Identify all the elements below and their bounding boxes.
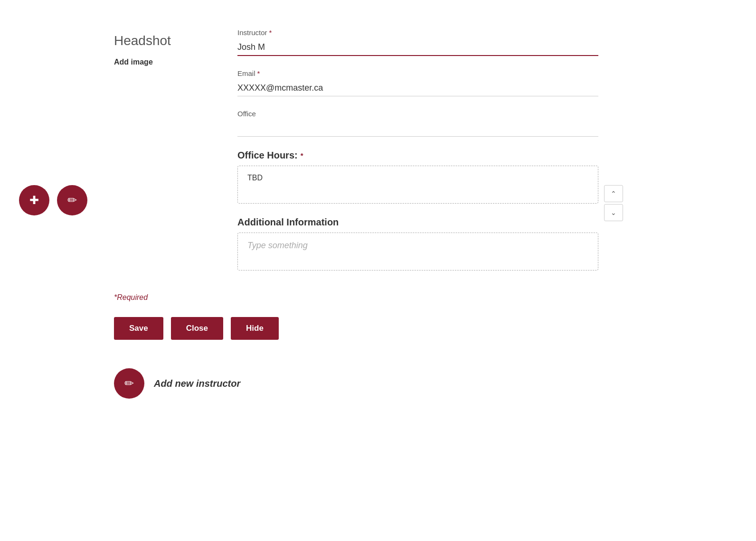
chevron-up-icon: ⌃ (611, 190, 616, 197)
add-instructor-edit-icon: ✏ (124, 377, 134, 390)
action-buttons-left: ✚ ✏ (19, 185, 87, 215)
instructor-label: Instructor * (237, 28, 598, 37)
email-input[interactable] (237, 80, 598, 96)
email-required-star: * (257, 69, 260, 77)
office-label: Office (237, 110, 598, 118)
email-field-group: Email * (237, 69, 598, 96)
instructor-field-group: Instructor * (237, 28, 598, 56)
office-hours-required-star: * (301, 151, 303, 159)
save-button[interactable]: Save (114, 317, 163, 340)
move-icon: ✚ (29, 194, 39, 207)
chevron-down-icon: ⌄ (611, 209, 616, 216)
action-buttons-row: Save Close Hide (114, 317, 684, 340)
instructor-input[interactable] (237, 39, 598, 56)
additional-info-heading: Additional Information (237, 217, 598, 228)
required-note: *Required (114, 293, 684, 302)
office-hours-value: TBD (247, 174, 263, 182)
headshot-title: Headshot (114, 33, 171, 48)
move-down-button[interactable]: ⌄ (604, 204, 623, 221)
form-column: Instructor * Email * Office (237, 28, 598, 284)
office-hours-box[interactable]: TBD (237, 166, 598, 204)
hide-button[interactable]: Hide (231, 317, 279, 340)
office-hours-field-group: Office Hours: * TBD (237, 150, 598, 204)
email-label: Email * (237, 69, 598, 77)
office-input[interactable] (237, 121, 598, 137)
form-section: Headshot Add image Instructor * Email (114, 28, 684, 284)
add-instructor-label: Add new instructor (154, 378, 240, 389)
headshot-column: Headshot Add image (114, 28, 209, 284)
main-content: Headshot Add image Instructor * Email (114, 28, 684, 399)
office-hours-heading: Office Hours: * (237, 150, 598, 161)
move-up-button[interactable]: ⌃ (604, 185, 623, 202)
close-button[interactable]: Close (171, 317, 223, 340)
add-image-button[interactable]: Add image (114, 58, 153, 66)
additional-info-field-group: Additional Information Type something (237, 217, 598, 270)
move-button[interactable]: ✚ (19, 185, 49, 215)
instructor-required-star: * (269, 28, 272, 37)
page-container: ✚ ✏ ⌃ ⌄ Headshot Add image Ins (0, 0, 756, 427)
additional-info-box[interactable]: Type something (237, 233, 598, 270)
add-instructor-row: ✏ Add new instructor (114, 368, 684, 399)
office-field-group: Office (237, 110, 598, 137)
edit-icon: ✏ (67, 194, 77, 207)
add-instructor-button[interactable]: ✏ (114, 368, 144, 399)
additional-info-placeholder: Type something (247, 241, 308, 250)
edit-button[interactable]: ✏ (57, 185, 87, 215)
reorder-buttons: ⌃ ⌄ (604, 185, 623, 221)
